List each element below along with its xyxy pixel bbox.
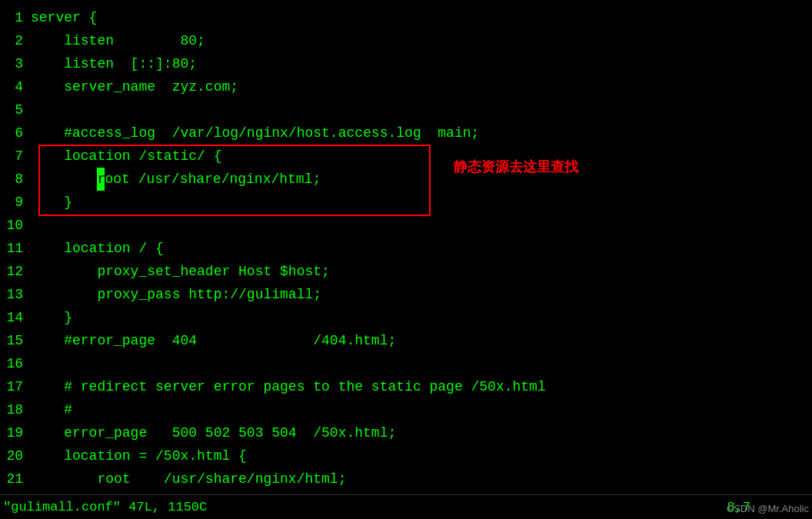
line-number-7: 7 xyxy=(0,145,31,168)
line-2: 2 listen 80; xyxy=(0,29,812,52)
line-3: 3 listen [::]:80; xyxy=(0,52,812,75)
line-number-1: 1 xyxy=(0,6,31,29)
line-5: 5 xyxy=(0,98,812,121)
line-number-2: 2 xyxy=(0,29,31,52)
line-number-10: 10 xyxy=(0,214,31,237)
line-15: 15 #error_page 404 /404.html; xyxy=(0,329,812,352)
line-number-20: 20 xyxy=(0,444,31,467)
annotation-text: 静态资源去这里查找 xyxy=(454,158,578,176)
line-9: 9 } xyxy=(0,191,812,214)
line-19: 19 error_page 500 502 503 504 /50x.html; xyxy=(0,421,812,444)
line-7: 7 location /static/ { xyxy=(0,145,812,168)
line-content-1: server { xyxy=(31,6,812,29)
status-filename: "gulimall.conf" 47L, 1150C xyxy=(0,500,727,514)
line-number-9: 9 xyxy=(0,191,31,214)
line-1: 1 server { xyxy=(0,6,812,29)
line-number-16: 16 xyxy=(0,352,31,375)
line-content-19: error_page 500 502 503 504 /50x.html; xyxy=(31,421,812,444)
line-content-8: root /usr/share/nginx/html; xyxy=(31,168,812,191)
line-number-19: 19 xyxy=(0,421,31,444)
line-17: 17 # redirect server error pages to the … xyxy=(0,375,812,398)
line-content-7: location /static/ { xyxy=(31,145,812,168)
line-content-20: location = /50x.html { xyxy=(31,444,812,467)
line-number-5: 5 xyxy=(0,98,31,121)
line-content-18: # xyxy=(31,398,812,421)
line-number-17: 17 xyxy=(0,375,31,398)
line-content-12: proxy_set_header Host $host; xyxy=(31,260,812,283)
line-11: 11 location / { xyxy=(0,237,812,260)
line-10: 10 xyxy=(0,214,812,237)
line-content-4: server_name zyz.com; xyxy=(31,75,812,98)
line-8: 8 root /usr/share/nginx/html; xyxy=(0,168,812,191)
line-14: 14 } xyxy=(0,306,812,329)
line-content-9: } xyxy=(31,191,812,214)
line-number-8: 8 xyxy=(0,168,31,191)
line-content-17: # redirect server error pages to the sta… xyxy=(31,375,812,398)
line-content-3: listen [::]:80; xyxy=(31,52,812,75)
watermark: CSDN @Mr.Aholic xyxy=(727,503,809,514)
line-number-3: 3 xyxy=(0,52,31,75)
line-number-13: 13 xyxy=(0,283,31,306)
line-18: 18 # xyxy=(0,398,812,421)
line-content-6: #access_log /var/log/nginx/host.access.l… xyxy=(31,121,812,145)
line-number-4: 4 xyxy=(0,75,31,98)
line-20: 20 location = /50x.html { xyxy=(0,444,812,467)
line-21: 21 root /usr/share/nginx/html; xyxy=(0,467,812,491)
line-16: 16 xyxy=(0,352,812,375)
line-4: 4 server_name zyz.com; xyxy=(0,75,812,98)
line-number-18: 18 xyxy=(0,398,31,421)
status-bar: "gulimall.conf" 47L, 1150C 8,7 xyxy=(0,494,812,519)
line-content-2: listen 80; xyxy=(31,29,812,52)
line-number-21: 21 xyxy=(0,467,31,491)
line-content-11: location / { xyxy=(31,237,812,260)
line-6: 6 #access_log /var/log/nginx/host.access… xyxy=(0,121,812,145)
editor-container: 1 server { 2 listen 80; 3 listen [::]:80… xyxy=(0,0,812,519)
line-content-21: root /usr/share/nginx/html; xyxy=(31,467,812,491)
line-number-11: 11 xyxy=(0,237,31,260)
line-number-6: 6 xyxy=(0,121,31,145)
line-number-14: 14 xyxy=(0,306,31,329)
line-number-15: 15 xyxy=(0,329,31,352)
line-content-13: proxy_pass http://gulimall; xyxy=(31,283,812,306)
line-number-12: 12 xyxy=(0,260,31,283)
line-content-14: } xyxy=(31,306,812,329)
line-12: 12 proxy_set_header Host $host; xyxy=(0,260,812,283)
text-cursor: r xyxy=(97,168,105,191)
code-area: 1 server { 2 listen 80; 3 listen [::]:80… xyxy=(0,0,812,519)
line-content-15: #error_page 404 /404.html; xyxy=(31,329,812,352)
line-13: 13 proxy_pass http://gulimall; xyxy=(0,283,812,306)
